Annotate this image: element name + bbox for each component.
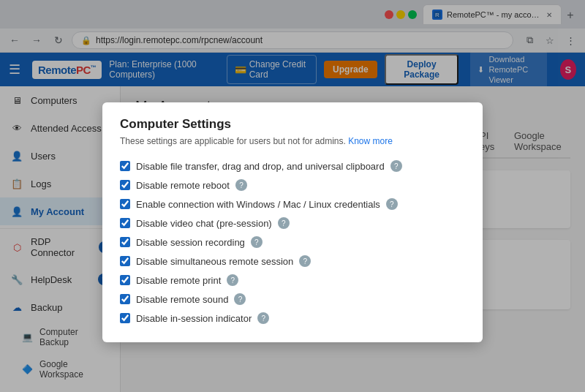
help-icon-2[interactable]: ? xyxy=(386,198,398,210)
help-icon-0[interactable]: ? xyxy=(390,160,402,172)
checkbox-row-5: Disable simultaneous remote session? xyxy=(120,252,465,271)
popup-sub-text: These settings are applicable for users … xyxy=(120,136,346,146)
checkbox-8[interactable] xyxy=(120,313,130,323)
checkbox-row-1: Disable remote reboot? xyxy=(120,176,465,195)
checkbox-row-3: Disable video chat (pre-session)? xyxy=(120,214,465,233)
checkbox-label-0: Disable file transfer, drag and drop, an… xyxy=(136,161,385,172)
popup-title: Computer Settings xyxy=(120,117,465,132)
checkbox-label-8: Disable in-session indicator xyxy=(136,313,252,324)
checkbox-row-4: Disable session recording? xyxy=(120,233,465,252)
help-icon-5[interactable]: ? xyxy=(299,255,311,267)
help-icon-1[interactable]: ? xyxy=(235,179,247,191)
checkbox-label-3: Disable video chat (pre-session) xyxy=(136,218,272,229)
checkbox-label-7: Disable remote sound xyxy=(136,294,228,305)
popup-overlay: Computer Settings These settings are app… xyxy=(0,0,585,392)
checkbox-3[interactable] xyxy=(120,218,130,228)
checkbox-6[interactable] xyxy=(120,275,130,285)
help-icon-4[interactable]: ? xyxy=(251,236,263,248)
checkbox-label-4: Disable session recording xyxy=(136,237,245,248)
help-icon-7[interactable]: ? xyxy=(234,293,246,305)
checkbox-row-2: Enable connection with Windows / Mac / L… xyxy=(120,195,465,214)
popup-know-more-link[interactable]: Know more xyxy=(348,136,393,146)
checkbox-4[interactable] xyxy=(120,237,130,247)
checkbox-label-6: Disable remote print xyxy=(136,275,221,286)
popup-sub: These settings are applicable for users … xyxy=(120,136,465,146)
help-icon-8[interactable]: ? xyxy=(257,312,269,324)
checkbox-0[interactable] xyxy=(120,161,130,171)
checkbox-label-1: Disable remote reboot xyxy=(136,180,230,191)
checkbox-2[interactable] xyxy=(120,199,130,209)
checkbox-row-6: Disable remote print? xyxy=(120,271,465,290)
help-icon-3[interactable]: ? xyxy=(278,217,290,229)
computer-settings-popup: Computer Settings These settings are app… xyxy=(102,102,483,342)
checkbox-row-0: Disable file transfer, drag and drop, an… xyxy=(120,157,465,176)
checkbox-label-2: Enable connection with Windows / Mac / L… xyxy=(136,199,380,210)
help-icon-6[interactable]: ? xyxy=(227,274,238,286)
checkbox-row-7: Disable remote sound? xyxy=(120,290,465,309)
checkbox-list: Disable file transfer, drag and drop, an… xyxy=(120,157,465,328)
checkbox-row-8: Disable in-session indicator? xyxy=(120,309,465,328)
checkbox-5[interactable] xyxy=(120,256,130,266)
checkbox-7[interactable] xyxy=(120,294,130,304)
checkbox-1[interactable] xyxy=(120,180,130,190)
checkbox-label-5: Disable simultaneous remote session xyxy=(136,256,293,267)
